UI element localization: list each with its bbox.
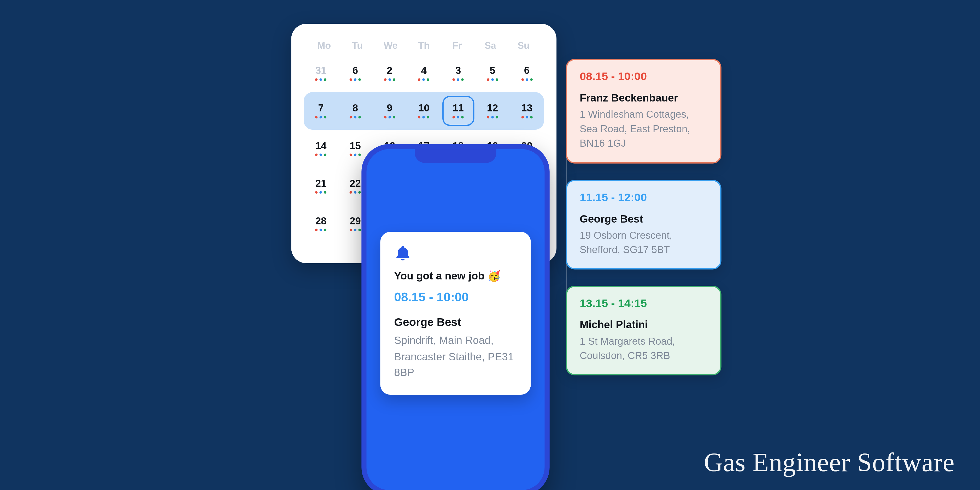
indicator-dot: [350, 228, 352, 231]
indicator-dot: [487, 116, 489, 118]
phone-frame: You got a new job 🥳 08.15 - 10:00 George…: [361, 144, 549, 490]
day-indicators: [418, 116, 429, 119]
day-indicators: [521, 78, 533, 81]
indicator-dot: [315, 153, 318, 156]
indicator-dot: [315, 191, 318, 193]
calendar-day[interactable]: 31: [304, 54, 338, 92]
indicator-dot: [358, 228, 361, 231]
indicator-dot: [457, 116, 460, 118]
indicator-dot: [350, 153, 352, 156]
day-indicators: [315, 78, 326, 81]
indicator-dot: [496, 78, 498, 81]
indicator-dot: [324, 78, 327, 81]
indicator-dot: [354, 78, 357, 81]
calendar-day[interactable]: 13: [510, 92, 544, 130]
weekday-label: Fr: [441, 40, 474, 51]
indicator-dot: [418, 116, 421, 118]
day-indicators: [521, 116, 533, 119]
weekday-label: Tu: [341, 40, 374, 51]
indicator-dot: [526, 116, 528, 118]
day-indicators: [418, 78, 429, 81]
appointment-card[interactable]: 11.15 - 12:00George Best19 Osborn Cresce…: [566, 179, 721, 269]
indicator-dot: [354, 116, 357, 118]
appointment-list: 08.15 - 10:00Franz Beckenbauer1 Windlesh…: [566, 59, 721, 376]
indicator-dot: [324, 228, 327, 231]
calendar-day[interactable]: 8: [338, 92, 372, 130]
calendar-day[interactable]: 10: [407, 92, 441, 130]
calendar-day[interactable]: 28: [304, 205, 338, 243]
weekday-header: MoTuWeThFrSaSu: [308, 40, 540, 51]
indicator-dot: [530, 116, 533, 118]
day-indicators: [315, 153, 326, 156]
appointment-customer: George Best: [580, 212, 708, 225]
appointment-time: 08.15 - 10:00: [580, 70, 708, 83]
indicator-dot: [315, 78, 318, 81]
calendar-day[interactable]: 6: [338, 54, 372, 92]
indicator-dot: [320, 228, 322, 231]
day-number: 29: [350, 216, 361, 226]
calendar-day[interactable]: 4: [407, 54, 441, 92]
indicator-dot: [354, 153, 357, 156]
day-number: 21: [315, 178, 327, 188]
calendar-week: 31624356: [304, 54, 544, 92]
weekday-label: Th: [407, 40, 440, 51]
day-number: 5: [490, 65, 495, 75]
indicator-dot: [427, 116, 430, 118]
notification-card[interactable]: You got a new job 🥳 08.15 - 10:00 George…: [380, 232, 531, 395]
appointment-address: 1 St Margarets Road, Coulsdon, CR5 3RB: [580, 334, 708, 363]
day-indicators: [384, 116, 395, 119]
day-indicators: [315, 116, 326, 119]
indicator-dot: [530, 78, 533, 81]
indicator-dot: [350, 78, 352, 81]
indicator-dot: [453, 116, 455, 118]
indicator-dot: [496, 116, 498, 118]
indicator-dot: [358, 191, 361, 193]
day-indicators: [384, 78, 395, 81]
appointment-card[interactable]: 08.15 - 10:00Franz Beckenbauer1 Windlesh…: [566, 59, 721, 163]
bell-icon: [394, 244, 517, 262]
appointment-customer: Franz Beckenbauer: [580, 92, 708, 105]
notification-customer: George Best: [394, 316, 517, 329]
weekday-label: Su: [507, 40, 540, 51]
calendar-day[interactable]: 12: [475, 92, 509, 130]
calendar-day[interactable]: 6: [510, 54, 544, 92]
indicator-dot: [423, 78, 425, 81]
indicator-dot: [324, 191, 327, 193]
indicator-dot: [423, 116, 425, 118]
day-indicators: [315, 191, 326, 194]
day-number: 9: [387, 103, 392, 113]
calendar-day-selected[interactable]: 11: [442, 96, 474, 126]
calendar-day[interactable]: 21: [304, 167, 338, 205]
calendar-day[interactable]: 14: [304, 130, 338, 167]
day-indicators: [350, 116, 361, 119]
phone-notch: [415, 149, 496, 163]
calendar-day[interactable]: 7: [304, 92, 338, 130]
appointment-time: 13.15 - 14:15: [580, 297, 708, 310]
indicator-dot: [358, 116, 361, 118]
appointment-customer: Michel Platini: [580, 319, 708, 331]
day-indicators: [350, 78, 361, 81]
indicator-dot: [315, 116, 318, 118]
appointment-card[interactable]: 13.15 - 14:15Michel Platini1 St Margaret…: [566, 286, 721, 376]
brand-watermark: Gas Engineer Software: [704, 447, 955, 477]
appointment-address: 1 Windlesham Cottages, Sea Road, East Pr…: [580, 107, 708, 151]
calendar-day[interactable]: 9: [372, 92, 407, 130]
indicator-dot: [324, 153, 327, 156]
calendar-day[interactable]: 5: [475, 54, 509, 92]
day-indicators: [453, 116, 464, 119]
indicator-dot: [324, 116, 327, 118]
indicator-dot: [358, 153, 361, 156]
calendar-day[interactable]: 3: [441, 54, 475, 92]
weekday-label: We: [374, 40, 407, 51]
notification-title: You got a new job 🥳: [394, 270, 517, 282]
day-indicators: [350, 153, 361, 156]
day-number: 2: [387, 65, 392, 75]
calendar-day[interactable]: 2: [372, 54, 407, 92]
day-indicators: [350, 191, 361, 194]
indicator-dot: [350, 191, 352, 193]
indicator-dot: [384, 116, 387, 118]
indicator-dot: [320, 78, 322, 81]
indicator-dot: [315, 228, 318, 231]
indicator-dot: [393, 78, 395, 81]
day-number: 6: [353, 65, 358, 75]
